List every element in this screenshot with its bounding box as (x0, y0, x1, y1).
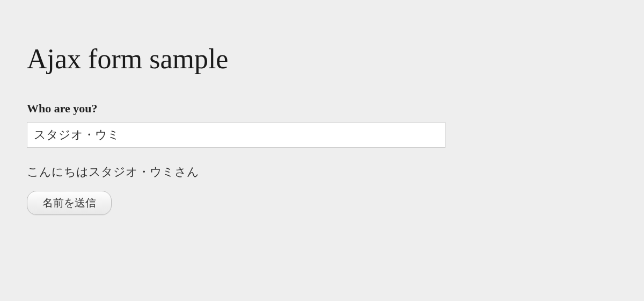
name-input[interactable] (27, 122, 445, 148)
name-field-label: Who are you? (27, 102, 617, 116)
page-title: Ajax form sample (27, 43, 617, 75)
submit-button[interactable]: 名前を送信 (27, 191, 112, 215)
greeting-message: こんにちはスタジオ・ウミさん (27, 164, 617, 180)
